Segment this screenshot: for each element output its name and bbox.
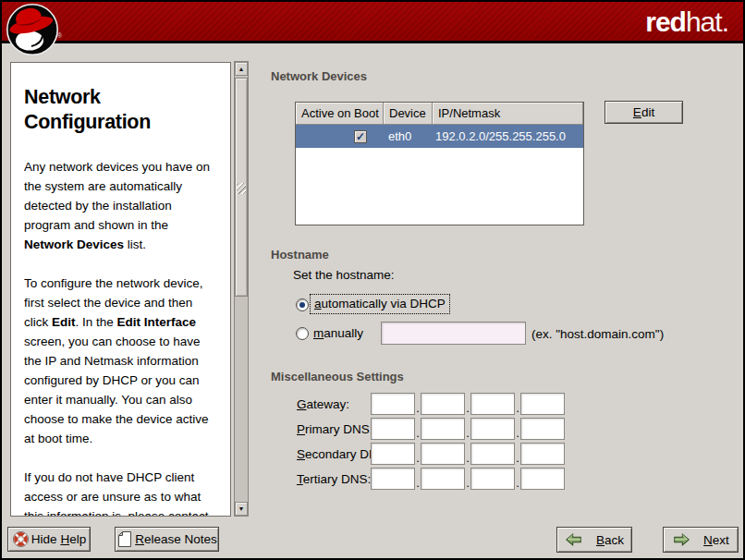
wordmark-red: red xyxy=(645,6,686,37)
table-header-row: Active on Boot Device IP/Netmask xyxy=(296,103,583,125)
octet-input[interactable] xyxy=(371,393,415,415)
help-paragraph-1: Any network devices you have on the syst… xyxy=(24,157,219,254)
table-row[interactable]: ✓ eth0 192.0.2.0/255.255.255.0 xyxy=(296,125,583,148)
octet-input[interactable] xyxy=(371,418,415,440)
octet-input[interactable] xyxy=(520,443,565,465)
next-arrow-icon xyxy=(672,531,690,548)
device-cell: eth0 xyxy=(384,129,433,143)
network-devices-table[interactable]: Active on Boot Device IP/Netmask ✓ eth0 … xyxy=(295,102,584,225)
col-header-device[interactable]: Device xyxy=(384,103,433,125)
document-icon xyxy=(116,530,133,548)
scroll-down-icon[interactable]: ▼ xyxy=(235,502,248,516)
primary-dns-label: Primary DNS: xyxy=(297,422,373,436)
octet-input[interactable] xyxy=(371,468,415,490)
col-header-active-on-boot[interactable]: Active on Boot xyxy=(296,103,384,125)
help-paragraph-3: If you do not have DHCP client access or… xyxy=(24,468,219,517)
gateway-octets: ... xyxy=(371,393,565,415)
shadowman-logo-icon xyxy=(6,3,59,60)
radio-automatic-label[interactable]: automatically via DHCP xyxy=(310,294,450,314)
tertiary-dns-octets: ... xyxy=(371,468,565,490)
help-title: Network Configuration xyxy=(24,85,219,135)
life-ring-icon xyxy=(12,530,30,548)
wordmark-hat: hat xyxy=(686,6,722,37)
hide-help-button[interactable]: Hide Help xyxy=(7,527,91,552)
active-checkbox[interactable]: ✓ xyxy=(354,130,367,143)
octet-input[interactable] xyxy=(421,418,465,440)
release-notes-button[interactable]: Release Notes xyxy=(115,527,219,552)
octet-input[interactable] xyxy=(470,443,515,465)
octet-input[interactable] xyxy=(421,443,465,465)
primary-dns-octets: ... xyxy=(371,418,565,440)
octet-input[interactable] xyxy=(470,418,515,440)
misc-settings-section-label: Miscellaneous Settings xyxy=(271,370,404,383)
octet-input[interactable] xyxy=(520,418,565,440)
octet-input[interactable] xyxy=(371,443,415,465)
installer-window: redhat. ® Network Configuration Any netw… xyxy=(0,0,745,560)
tertiary-dns-label: Tertiary DNS: xyxy=(297,472,371,486)
redhat-wordmark: redhat. xyxy=(645,6,728,39)
octet-input[interactable] xyxy=(520,393,565,415)
scroll-up-icon[interactable]: ▲ xyxy=(235,62,248,76)
help-panel: Network Configuration Any network device… xyxy=(10,62,231,517)
back-button[interactable]: Back xyxy=(556,527,632,553)
gateway-label: Gateway: xyxy=(297,397,349,411)
hostname-hint: (ex. "host.domain.com") xyxy=(531,327,664,341)
secondary-dns-octets: ... xyxy=(371,443,565,465)
check-icon: ✓ xyxy=(356,131,365,142)
back-arrow-icon xyxy=(565,531,583,548)
hostname-input[interactable] xyxy=(381,322,526,345)
set-hostname-prompt: Set the hostname: xyxy=(293,268,395,282)
octet-input[interactable] xyxy=(520,468,565,490)
octet-input[interactable] xyxy=(421,468,465,490)
col-header-ip-netmask[interactable]: IP/Netmask xyxy=(433,103,583,125)
help-paragraph-2: To configure the network device, first s… xyxy=(24,274,219,448)
next-arrow-button[interactable]: Next xyxy=(663,527,739,553)
octet-input[interactable] xyxy=(470,468,515,490)
radio-manual-label[interactable]: manually xyxy=(313,326,363,340)
active-on-boot-cell: ✓ xyxy=(296,130,384,143)
octet-input[interactable] xyxy=(421,393,465,415)
scrollbar-grip xyxy=(237,183,246,194)
scrollbar-thumb[interactable] xyxy=(235,78,248,297)
help-scrollbar[interactable]: ▲ ▼ xyxy=(234,61,249,517)
edit-button[interactable]: Edit xyxy=(605,101,683,124)
hostname-section-label: Hostname xyxy=(271,248,329,262)
ip-netmask-cell: 192.0.2.0/255.255.255.0 xyxy=(433,129,583,143)
radio-manual[interactable] xyxy=(296,327,309,340)
network-devices-section-label: Network Devices xyxy=(271,69,367,83)
radio-automatic[interactable] xyxy=(296,298,309,311)
registered-trademark: ® xyxy=(57,32,62,39)
wordmark-period: . xyxy=(722,6,728,37)
octet-input[interactable] xyxy=(470,393,515,415)
redhat-banner: redhat. xyxy=(2,2,743,43)
